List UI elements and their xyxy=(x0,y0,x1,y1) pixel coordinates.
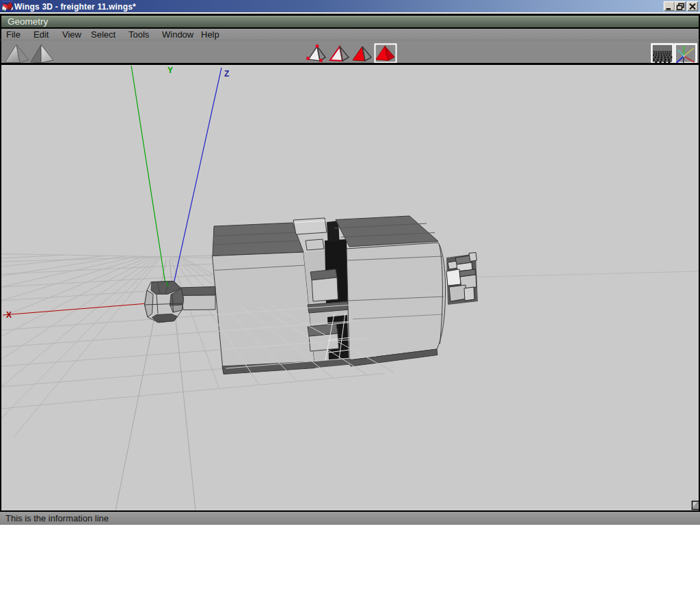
svg-text:X: X xyxy=(6,310,12,320)
svg-text:Z: Z xyxy=(224,69,229,79)
svg-text:Y: Y xyxy=(167,66,173,75)
